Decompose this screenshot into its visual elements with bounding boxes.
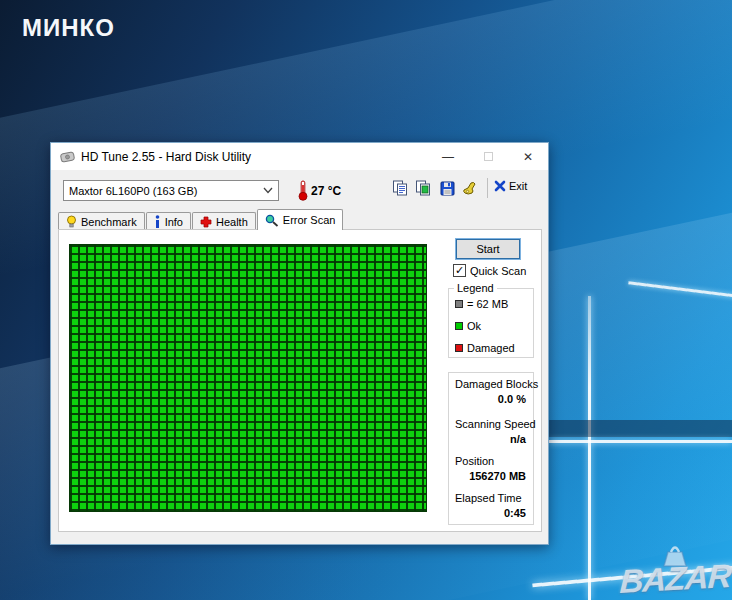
drive-selector-dropdown[interactable]: Maxtor 6L160P0 (163 GB) [63, 180, 279, 201]
drive-selector-value: Maxtor 6L160P0 (163 GB) [69, 185, 197, 197]
exit-label: Exit [509, 180, 527, 192]
toolbar-separator [487, 178, 488, 198]
tab-bar: Benchmark Info Health Err [58, 209, 344, 230]
close-button[interactable]: ✕ [508, 143, 548, 170]
scanning-speed-label: Scanning Speed [455, 418, 536, 430]
info-icon [154, 215, 161, 228]
checkbox-checked-icon: ✓ [453, 264, 466, 277]
hdtune-window: HD Tune 2.55 - Hard Disk Utility — ✕ Max… [50, 142, 549, 545]
maximize-icon [484, 152, 493, 161]
desktop-wallpaper: МИНКО BAZAR HD Tune 2.55 - Hard Disk Uti… [0, 0, 732, 600]
quick-scan-label: Quick Scan [470, 265, 526, 277]
exit-x-icon [494, 180, 506, 192]
scan-stats-panel: Damaged Blocks 0.0 % Scanning Speed n/a … [448, 372, 534, 525]
start-button[interactable]: Start [456, 239, 520, 259]
copy-screenshot-button[interactable] [414, 179, 432, 197]
save-icon [440, 181, 455, 196]
watermark-text: МИНКО [22, 14, 115, 42]
start-button-label: Start [476, 243, 499, 255]
aam-settings-button[interactable] [461, 179, 479, 197]
minimize-icon: — [442, 150, 454, 164]
copy-text-icon [392, 180, 408, 196]
tab-health-label: Health [216, 216, 248, 228]
tab-benchmark-label: Benchmark [81, 216, 137, 228]
chevron-down-icon [263, 187, 273, 194]
window-pane-light-line [588, 296, 591, 600]
maximize-button [468, 143, 508, 170]
window-pane-light-line [628, 281, 732, 297]
copy-image-icon [415, 180, 431, 196]
benchmark-icon [66, 215, 77, 228]
exit-button[interactable]: Exit [494, 180, 527, 192]
elapsed-time-label: Elapsed Time [455, 492, 522, 504]
titlebar[interactable]: HD Tune 2.55 - Hard Disk Utility — ✕ [51, 143, 548, 170]
legend-item-damaged: Damaged [455, 342, 515, 354]
window-pane-light-line [549, 440, 732, 443]
health-cross-icon [200, 216, 212, 228]
legend-item-ok: Ok [455, 320, 481, 332]
tab-error-scan[interactable]: Error Scan [257, 209, 344, 230]
tab-info[interactable]: Info [146, 212, 191, 230]
tab-health[interactable]: Health [192, 212, 256, 230]
thermometer-icon [297, 180, 309, 205]
elapsed-time-value: 0:45 [504, 507, 526, 519]
legend-item-blocksize: = 62 MB [455, 298, 508, 310]
tab-error-scan-label: Error Scan [283, 214, 336, 226]
window-title: HD Tune 2.55 - Hard Disk Utility [81, 150, 251, 164]
aam-speaker-icon [462, 180, 478, 196]
legend-groupbox: Legend = 62 MB Ok Damaged [448, 288, 534, 358]
error-scan-magnifier-icon [265, 214, 279, 227]
ok-swatch [455, 322, 463, 330]
close-icon: ✕ [523, 150, 533, 164]
window-pane-dark-band [549, 420, 732, 437]
error-scan-page: Start ✓ Quick Scan Legend = 62 MB Ok [58, 229, 542, 532]
position-value: 156270 MB [469, 470, 526, 482]
hdtune-app-icon [60, 149, 75, 164]
scan-block-grid [69, 244, 427, 512]
damaged-swatch [455, 344, 463, 352]
legend-title: Legend [454, 282, 497, 294]
damaged-blocks-label: Damaged Blocks [455, 378, 538, 390]
block-size-swatch [455, 300, 463, 308]
tab-info-label: Info [165, 216, 183, 228]
minimize-button[interactable]: — [428, 143, 468, 170]
tab-benchmark[interactable]: Benchmark [58, 212, 145, 230]
copy-text-button[interactable] [391, 179, 409, 197]
quick-scan-checkbox[interactable]: ✓ Quick Scan [453, 264, 526, 277]
shopping-bag-icon [660, 542, 690, 568]
temperature-value: 27 °C [311, 184, 341, 198]
scanning-speed-value: n/a [510, 433, 526, 445]
position-label: Position [455, 455, 494, 467]
save-screenshot-button[interactable] [438, 179, 456, 197]
damaged-blocks-value: 0.0 % [498, 393, 526, 405]
